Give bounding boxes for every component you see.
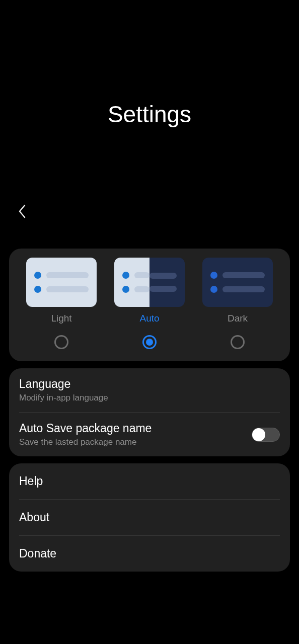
autosave-subtitle: Save the lasted package name	[19, 437, 252, 447]
language-item[interactable]: Language Modify in-app language	[9, 368, 290, 412]
about-title: About	[19, 511, 280, 524]
donate-item[interactable]: Donate	[9, 536, 290, 572]
theme-preview-dark	[202, 258, 273, 307]
language-subtitle: Modify in-app language	[19, 393, 280, 403]
radio-auto[interactable]	[142, 335, 157, 349]
radio-dark[interactable]	[231, 335, 245, 349]
page-title: Settings	[0, 101, 299, 128]
autosave-toggle[interactable]	[252, 428, 280, 442]
chevron-left-icon	[17, 203, 27, 219]
theme-option-auto[interactable]: Auto	[114, 258, 185, 349]
radio-light[interactable]	[54, 335, 68, 349]
toggle-knob	[252, 428, 265, 441]
about-item[interactable]: About	[9, 500, 290, 535]
back-button[interactable]	[14, 203, 30, 219]
settings-card-1: Language Modify in-app language Auto Sav…	[9, 368, 290, 456]
help-title: Help	[19, 474, 280, 488]
theme-option-dark[interactable]: Dark	[202, 258, 273, 349]
theme-card: Light Auto	[9, 249, 290, 361]
donate-title: Donate	[19, 547, 280, 560]
help-item[interactable]: Help	[9, 463, 290, 499]
autosave-item[interactable]: Auto Save package name Save the lasted p…	[9, 413, 290, 456]
settings-card-2: Help About Donate	[9, 463, 290, 572]
theme-label-light: Light	[51, 313, 71, 324]
theme-preview-light	[26, 258, 97, 307]
autosave-title: Auto Save package name	[19, 422, 252, 435]
theme-label-auto: Auto	[139, 313, 159, 324]
language-title: Language	[19, 377, 280, 391]
theme-option-light[interactable]: Light	[26, 258, 97, 349]
theme-preview-auto	[114, 258, 185, 307]
theme-label-dark: Dark	[228, 313, 248, 324]
